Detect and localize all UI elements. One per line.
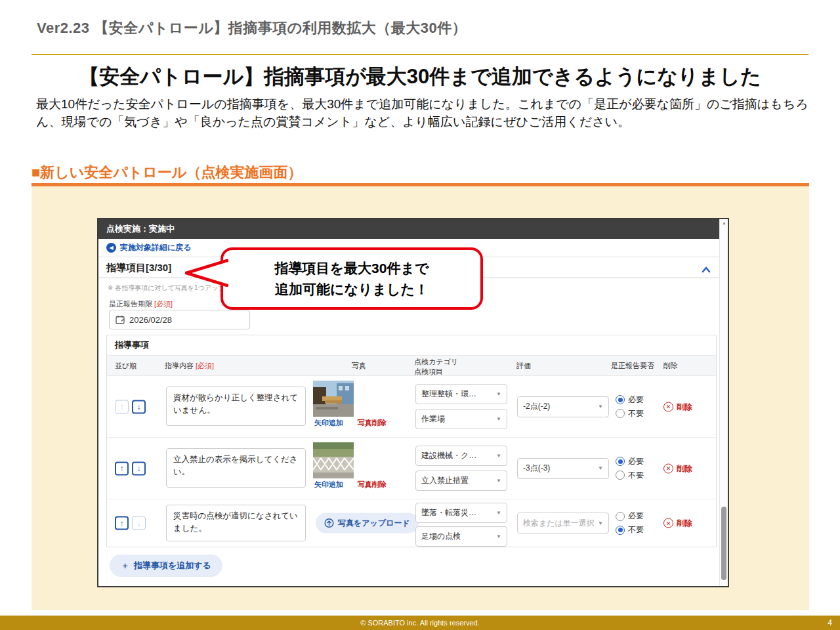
- guidance-content-input[interactable]: 立入禁止の表示を掲示してください。: [166, 448, 306, 488]
- report-required-radios: 必要 不要: [616, 456, 644, 481]
- col-header-report: 是正報告要否: [611, 356, 654, 375]
- caret-down-icon: ▼: [496, 416, 501, 422]
- description-text: 最大10件だった安全パトロールの指摘事項を、最大30件まで追加可能になりました。…: [36, 96, 809, 131]
- add-arrow-link[interactable]: 矢印追加: [314, 480, 343, 490]
- table-title: 指導事項: [107, 335, 716, 355]
- radio-icon: [616, 395, 625, 404]
- category-select[interactable]: 建設機械・ク…▼: [415, 446, 507, 466]
- radio-not-required[interactable]: 不要: [616, 524, 644, 536]
- calendar-icon: [116, 315, 125, 324]
- caret-down-icon: ▼: [496, 534, 501, 539]
- annotation-callout: 指導項目を最大30件まで 追加可能になりました！: [220, 247, 483, 310]
- radio-icon: [616, 457, 625, 466]
- caret-down-icon: ▼: [598, 520, 603, 526]
- add-button-label: 指導事項を追加する: [134, 560, 211, 572]
- site-photo-thumbnail[interactable]: [313, 381, 354, 417]
- radio-not-required[interactable]: 不要: [616, 470, 644, 481]
- guidance-content-input[interactable]: 災害時の点検が適切になされていました。: [166, 505, 306, 541]
- move-up-button[interactable]: ↑: [115, 400, 129, 413]
- order-buttons: ↑ ↓: [115, 461, 146, 475]
- page-title: 【安全パトロール】指摘事項が最大30件まで追加できるようになりました: [0, 63, 840, 91]
- app-titlebar: 点検実施：実施中: [98, 219, 728, 239]
- radio-required[interactable]: 必要: [616, 456, 644, 467]
- guidance-items-table: 指導事項 並び順 指導内容 [必須] 写真 点検カテゴリ 点検項目 評価 是正報…: [106, 335, 717, 547]
- upload-button-label: 写真をアップロード: [338, 518, 410, 529]
- items-heading: 指導項目[3/30]: [106, 262, 171, 274]
- col-header-order: 並び順: [115, 356, 136, 375]
- guidance-content-input[interactable]: 資材が散らかり正しく整理されていません。: [166, 387, 306, 426]
- item-select[interactable]: 足場の点検▼: [415, 526, 507, 547]
- caret-down-icon: ▼: [496, 453, 501, 459]
- move-down-button[interactable]: ↓: [132, 461, 146, 475]
- plus-icon: ＋: [121, 560, 129, 572]
- rating-select[interactable]: -2点(-2)▼: [517, 396, 609, 417]
- radio-label: 不要: [628, 408, 644, 419]
- deadline-date-input[interactable]: 2026/02/28: [109, 310, 250, 329]
- chevron-up-icon[interactable]: [702, 264, 711, 276]
- rating-select[interactable]: -3点(-3)▼: [517, 458, 609, 479]
- item-value: 作業場: [421, 413, 445, 425]
- table-row: ↑ ↓ 資材が散らかり正しく整理されていません。 矢印追加 写真削除 整理整頓・…: [107, 376, 716, 438]
- page-number: 4: [828, 616, 832, 630]
- site-photo-thumbnail[interactable]: [313, 442, 354, 478]
- delete-row-button[interactable]: ✕ 削除: [663, 401, 692, 412]
- footer-copyright: © SORABITO inc. All rights reserved.: [360, 619, 480, 627]
- category-select[interactable]: 墜落・転落災…▼: [415, 503, 507, 523]
- delete-label: 削除: [677, 463, 692, 474]
- report-required-radios: 必要 不要: [616, 511, 644, 536]
- section-title: ■新しい安全パトロール（点検実施画面）: [32, 163, 302, 182]
- radio-not-required[interactable]: 不要: [616, 408, 644, 419]
- back-link[interactable]: 実施対象詳細に戻る: [120, 242, 192, 253]
- item-value: 立入禁止措置: [421, 475, 469, 486]
- scrollbar[interactable]: ▲: [719, 219, 728, 586]
- col-header-content-text: 指導内容: [165, 362, 194, 369]
- report-required-radios: 必要 不要: [616, 394, 644, 419]
- deadline-label-text: 是正報告期限: [109, 300, 152, 308]
- table-row: ↑ ↓ 災害時の点検が適切になされていました。 写真をアップロード 墜落・転落災…: [107, 499, 716, 547]
- deadline-date-value: 2026/02/28: [129, 315, 172, 325]
- footer-bar: © SORABITO inc. All rights reserved. 4: [0, 616, 840, 630]
- order-buttons: ↑ ↓: [115, 516, 146, 530]
- move-down-button[interactable]: ↓: [132, 516, 146, 530]
- radio-icon: [616, 512, 625, 521]
- add-guidance-item-button[interactable]: ＋ 指導事項を追加する: [110, 555, 222, 577]
- move-up-button[interactable]: ↑: [115, 461, 129, 475]
- move-down-button[interactable]: ↓: [132, 400, 146, 413]
- move-up-button[interactable]: ↑: [115, 516, 129, 530]
- delete-row-button[interactable]: ✕ 削除: [663, 463, 692, 474]
- rating-value: -2点(-2): [523, 401, 550, 412]
- delete-cross-icon: ✕: [663, 402, 673, 411]
- callout-line2: 追加可能になりました！: [275, 279, 429, 300]
- radio-required[interactable]: 必要: [616, 511, 644, 522]
- radio-required[interactable]: 必要: [616, 394, 644, 406]
- item-select[interactable]: 立入禁止措置▼: [415, 471, 507, 491]
- category-value: 整理整頓・環…: [421, 388, 476, 400]
- caret-down-icon: ▼: [496, 478, 501, 484]
- item-select[interactable]: 作業場▼: [415, 409, 507, 429]
- rating-placeholder: 検索または単一選択: [523, 518, 595, 529]
- rating-value: -3点(-3): [523, 463, 550, 474]
- col-header-content: 指導内容 [必須]: [165, 356, 214, 375]
- delete-photo-link[interactable]: 写真削除: [358, 480, 387, 490]
- category-value: 建設機械・ク…: [421, 450, 476, 461]
- item-value: 足場の点検: [421, 531, 461, 542]
- delete-label: 削除: [677, 401, 692, 412]
- slide-header-title: Ver2.23 【安全パトロール】指摘事項の利用数拡大（最大30件）: [37, 18, 467, 38]
- delete-row-button[interactable]: ✕ 削除: [663, 518, 692, 529]
- header-divider: [32, 54, 808, 55]
- upload-photo-button[interactable]: 写真をアップロード: [316, 513, 419, 534]
- delete-cross-icon: ✕: [663, 518, 673, 528]
- add-arrow-link[interactable]: 矢印追加: [314, 418, 343, 428]
- callout-tail: [185, 259, 228, 288]
- deadline-label: 是正報告期限 [必須]: [109, 299, 173, 309]
- rating-select[interactable]: 検索または単一選択▼: [517, 513, 609, 534]
- scroll-up-icon[interactable]: ▲: [722, 220, 726, 225]
- photo-links: 矢印追加 写真削除: [314, 418, 387, 428]
- radio-label: 不要: [628, 470, 644, 481]
- category-select[interactable]: 整理整頓・環…▼: [415, 384, 507, 404]
- radio-label: 必要: [628, 456, 644, 467]
- scrollbar-thumb[interactable]: [721, 507, 726, 580]
- delete-photo-link[interactable]: 写真削除: [358, 418, 387, 428]
- caret-down-icon: ▼: [496, 510, 501, 516]
- back-arrow-icon: ◀: [106, 243, 116, 253]
